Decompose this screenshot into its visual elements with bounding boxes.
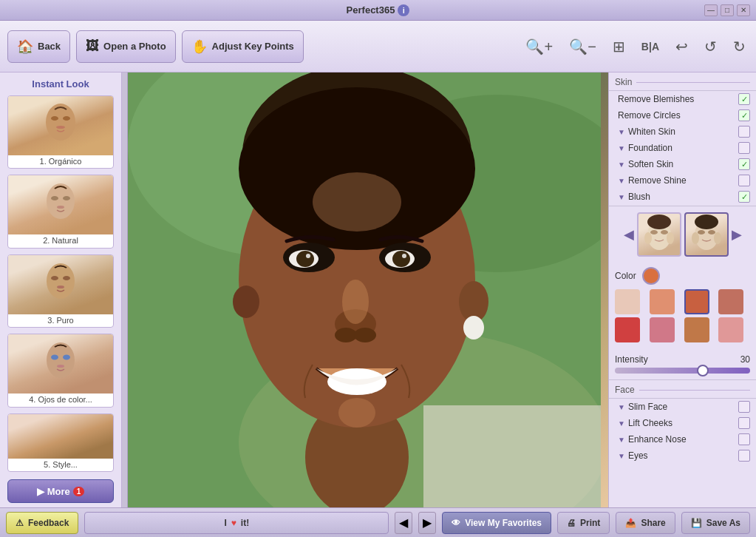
svg-point-12	[47, 342, 75, 378]
foundation-option: ▼ Foundation	[609, 140, 756, 156]
photo-display	[128, 72, 608, 507]
slim-face-option: ▼ Slim Face	[609, 399, 756, 415]
eyes-label: Eyes	[628, 450, 738, 461]
svg-point-35	[402, 254, 406, 258]
intensity-thumb[interactable]	[697, 365, 709, 376]
whiten-skin-option: ▼ Whiten Skin	[609, 124, 756, 140]
enhance-nose-expand[interactable]: ▼	[618, 436, 625, 444]
svg-point-41	[338, 398, 375, 428]
eyes-option: ▼ Eyes	[609, 448, 756, 464]
look-item-1[interactable]: 1. Orgánico	[7, 95, 114, 169]
look-item-3[interactable]: 3. Puro	[7, 254, 114, 328]
svg-point-34	[306, 254, 310, 258]
eyes-checkbox[interactable]	[738, 450, 750, 462]
face-previews: ◀	[609, 206, 756, 263]
undo2-button[interactable]: ↺	[701, 35, 720, 58]
face-prev-right-button[interactable]: ▶	[732, 226, 742, 243]
color-swatch-3[interactable]	[684, 289, 709, 314]
love-button[interactable]: I ♥ it!	[84, 512, 389, 534]
save-as-label: Save As	[706, 518, 740, 528]
fit-button[interactable]: ⊞	[610, 35, 628, 58]
love-label: I	[224, 518, 226, 528]
remove-shine-option: ▼ Remove Shine	[609, 172, 756, 189]
skin-section-header: Skin	[609, 72, 756, 91]
intensity-label: Intensity	[615, 354, 648, 365]
lift-cheeks-checkbox[interactable]	[738, 417, 750, 429]
lift-cheeks-label: Lift Cheeks	[628, 418, 738, 428]
lift-cheeks-expand[interactable]: ▼	[618, 419, 625, 428]
love-suffix: it!	[241, 518, 249, 528]
soften-skin-option: ▼ Soften Skin	[609, 156, 756, 172]
face-thumb-1[interactable]	[637, 212, 681, 257]
slim-face-checkbox[interactable]	[738, 401, 750, 413]
svg-point-47	[644, 232, 652, 244]
eyes-expand[interactable]: ▼	[618, 452, 625, 460]
svg-point-6	[63, 196, 70, 200]
remove-circles-checkbox[interactable]	[738, 109, 750, 121]
minimize-button[interactable]: —	[704, 4, 718, 16]
slim-face-expand[interactable]: ▼	[618, 403, 625, 411]
color-main-swatch[interactable]	[642, 267, 660, 285]
slim-face-label: Slim Face	[628, 402, 738, 412]
foundation-expand[interactable]: ▼	[618, 144, 625, 152]
svg-point-11	[57, 286, 64, 288]
nav-left-button[interactable]: ◀	[395, 512, 412, 534]
zoom-out-button[interactable]: 🔍−	[566, 35, 599, 58]
look-item-4[interactable]: 4. Ojos de color...	[7, 334, 114, 407]
face-prev-left-button[interactable]: ◀	[624, 226, 634, 243]
enhance-nose-option: ▼ Enhance Nose	[609, 431, 756, 448]
intensity-slider[interactable]	[615, 368, 750, 374]
color-swatch-1[interactable]	[615, 289, 640, 314]
save-as-button[interactable]: 💾 Save As	[681, 512, 750, 534]
look-item-2[interactable]: 2. Natural	[7, 175, 114, 248]
svg-point-37	[335, 328, 357, 342]
color-swatch-7[interactable]	[684, 317, 709, 342]
adjust-key-points-button[interactable]: ✋ Adjust Key Points	[182, 30, 304, 63]
soften-skin-checkbox[interactable]	[738, 158, 750, 170]
maximize-button[interactable]: □	[721, 4, 734, 16]
face-thumb-2[interactable]	[684, 212, 729, 257]
color-swatch-2[interactable]	[650, 289, 675, 314]
whiten-skin-expand[interactable]: ▼	[618, 128, 625, 136]
foundation-checkbox[interactable]	[738, 142, 750, 154]
whiten-skin-checkbox[interactable]	[738, 126, 750, 138]
close-button[interactable]: ✕	[737, 4, 750, 16]
bia-button[interactable]: B|A	[638, 38, 662, 55]
view-favorites-button[interactable]: 👁 View My Favorites	[442, 512, 551, 534]
back-label: Back	[38, 41, 61, 52]
soften-skin-expand[interactable]: ▼	[618, 161, 625, 169]
undo-button[interactable]: ↩	[672, 35, 691, 58]
svg-point-13	[51, 355, 58, 360]
app-title: Perfect365	[347, 4, 395, 16]
print-button[interactable]: 🖨 Print	[557, 512, 610, 534]
face-header-line	[639, 390, 750, 391]
feedback-icon: ⚠	[16, 518, 24, 528]
remove-blemishes-checkbox[interactable]	[738, 93, 750, 105]
blush-expand[interactable]: ▼	[618, 193, 625, 201]
info-icon[interactable]: i	[398, 4, 409, 16]
look-label-1: 1. Orgánico	[8, 155, 113, 169]
zoom-in-button[interactable]: 🔍+	[522, 35, 556, 58]
svg-point-4	[47, 183, 75, 219]
intensity-section: Intensity 30	[609, 351, 756, 379]
color-swatch-5[interactable]	[615, 317, 640, 342]
remove-shine-checkbox[interactable]	[738, 175, 750, 186]
color-swatch-6[interactable]	[650, 317, 675, 342]
color-swatch-4[interactable]	[718, 289, 743, 314]
enhance-nose-checkbox[interactable]	[738, 433, 750, 445]
color-swatch-8[interactable]	[718, 317, 743, 342]
intensity-header: Intensity 30	[615, 354, 750, 365]
nav-right-button[interactable]: ▶	[418, 512, 436, 534]
back-button[interactable]: 🏠 Back	[7, 30, 70, 63]
blush-checkbox[interactable]	[738, 191, 750, 203]
more-button[interactable]: ▶ More 1	[7, 479, 114, 503]
svg-point-38	[354, 328, 376, 342]
redo-button[interactable]: ↻	[730, 35, 749, 58]
feedback-button[interactable]: ⚠ Feedback	[6, 512, 78, 534]
svg-point-53	[692, 232, 699, 244]
share-button[interactable]: 📤 Share	[616, 512, 675, 534]
open-photo-button[interactable]: 🖼 Open a Photo	[76, 30, 176, 63]
look-item-5[interactable]: 5. Style...	[7, 413, 114, 473]
remove-shine-expand[interactable]: ▼	[618, 177, 625, 185]
more-btn-container: ▶ More 1	[0, 475, 121, 507]
